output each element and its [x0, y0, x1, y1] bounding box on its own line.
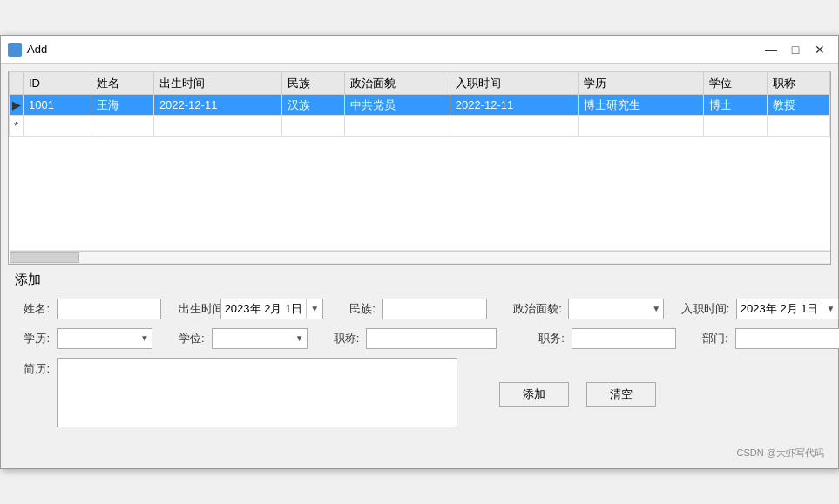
action-button-area: 添加 清空 — [499, 375, 656, 407]
new-cell — [767, 116, 829, 137]
data-table-container: ID 姓名 出生时间 民族 政治面貌 入职时间 学历 学位 职称 ▶ — [8, 71, 831, 265]
col-title: 职称 — [767, 72, 829, 95]
jobtitle-input[interactable] — [366, 328, 497, 349]
col-entry: 入职时间 — [450, 72, 578, 95]
ethnicity-label: 民族: — [341, 301, 376, 317]
watermark: CSDN @大虾写代码 — [8, 443, 831, 461]
education-select-wrapper: 博士研究生 硕士研究生 本科 专科 ▼ — [57, 328, 152, 349]
table-row[interactable]: ▶ 1001 王海 2022-12-11 汉族 中共党员 2022-12-11 … — [10, 95, 830, 116]
political-select[interactable]: 中共党员 共青团员 群众 — [568, 299, 664, 319]
new-cell — [450, 116, 578, 137]
action-buttons: 添加 清空 — [499, 382, 656, 407]
form-row-2: 学历: 博士研究生 硕士研究生 本科 专科 ▼ 学位: — [15, 328, 824, 349]
title-bar: Add — □ ✕ — [1, 36, 838, 64]
close-button[interactable]: ✕ — [809, 41, 831, 58]
cell-entry: 2022-12-11 — [450, 95, 578, 116]
degree-select-wrapper: 博士 硕士 学士 ▼ — [212, 328, 308, 349]
col-political: 政治面貌 — [345, 72, 450, 95]
dept-input[interactable] — [735, 328, 839, 349]
row-indicator: ▶ — [10, 95, 24, 116]
table-header-row: ID 姓名 出生时间 民族 政治面貌 入职时间 学历 学位 职称 — [10, 72, 830, 95]
cell-ethnicity: 汉族 — [282, 95, 345, 116]
data-table: ID 姓名 出生时间 民族 政治面貌 入职时间 学历 学位 职称 ▶ — [9, 71, 830, 264]
name-label: 姓名: — [15, 301, 50, 317]
clear-button[interactable]: 清空 — [586, 382, 656, 407]
degree-select[interactable]: 博士 硕士 学士 — [212, 328, 308, 349]
new-row-indicator: * — [10, 116, 24, 137]
form-row-3: 简历: 添加 清空 — [15, 358, 824, 427]
new-cell — [91, 116, 153, 137]
dept-label: 部门: — [694, 331, 728, 346]
new-cell — [153, 116, 281, 137]
cell-degree: 博士 — [704, 95, 767, 116]
political-label: 政治面貌: — [513, 301, 561, 317]
cell-political: 中共党员 — [345, 95, 450, 116]
form-row-1: 姓名: 出生时间: 2023年 2月 1日 ▼ 民族: 政治面貌: 中共党员 — [15, 299, 824, 319]
title-bar-left: Add — [8, 43, 47, 57]
new-cell — [704, 116, 767, 137]
title-bar-controls: — □ ✕ — [760, 41, 831, 58]
resume-textarea[interactable] — [57, 358, 457, 427]
birth-date-value: 2023年 2月 1日 — [221, 301, 307, 317]
col-indicator — [10, 72, 24, 95]
minimize-button[interactable]: — — [760, 41, 782, 58]
maximize-button[interactable]: □ — [784, 41, 807, 58]
col-id: ID — [24, 72, 91, 95]
cell-birth: 2022-12-11 — [153, 95, 281, 116]
birth-date-picker[interactable]: 2023年 2月 1日 ▼ — [220, 299, 324, 319]
entry-date-picker[interactable]: 2023年 2月 1日 ▼ — [736, 299, 839, 319]
new-cell — [345, 116, 450, 137]
col-degree: 学位 — [704, 72, 767, 95]
degree-label: 学位: — [170, 331, 205, 346]
duty-label: 职务: — [530, 331, 565, 346]
new-cell — [282, 116, 345, 137]
form-area: 姓名: 出生时间: 2023年 2月 1日 ▼ 民族: 政治面貌: 中共党员 — [8, 299, 831, 443]
resume-label: 简历: — [15, 361, 50, 377]
entry-date-value: 2023年 2月 1日 — [737, 301, 822, 317]
name-input[interactable] — [57, 299, 161, 319]
cell-job-title: 教授 — [767, 95, 829, 116]
cell-id: 1001 — [24, 95, 91, 116]
education-select[interactable]: 博士研究生 硕士研究生 本科 专科 — [57, 328, 152, 349]
section-title: 添加 — [15, 272, 831, 288]
entry-label: 入职时间: — [681, 301, 729, 317]
window-body: ID 姓名 出生时间 民族 政治面貌 入职时间 学历 学位 职称 ▶ — [1, 64, 838, 468]
scrollbar-row[interactable] — [10, 250, 830, 264]
app-window: Add — □ ✕ ID 姓名 出生时间 民族 政治面貌 入职时间 — [0, 35, 839, 469]
birth-label: 出生时间: — [179, 301, 213, 317]
col-birth: 出生时间 — [153, 72, 281, 95]
empty-space-row — [10, 137, 830, 250]
education-label: 学历: — [15, 331, 50, 346]
add-button[interactable]: 添加 — [499, 382, 569, 407]
col-name: 姓名 — [91, 72, 153, 95]
cell-education: 博士研究生 — [579, 95, 704, 116]
col-ethnicity: 民族 — [282, 72, 345, 95]
entry-date-arrow[interactable]: ▼ — [822, 299, 838, 319]
window-title: Add — [27, 43, 47, 56]
ethnicity-input[interactable] — [382, 299, 487, 319]
new-cell — [579, 116, 704, 137]
birth-date-arrow[interactable]: ▼ — [306, 299, 322, 319]
col-education: 学历 — [579, 72, 704, 95]
political-select-wrapper: 中共党员 共青团员 群众 ▼ — [568, 299, 664, 319]
duty-input[interactable] — [572, 328, 676, 349]
jobtitle-label: 职称: — [324, 331, 359, 346]
new-cell — [24, 116, 91, 137]
app-icon — [8, 43, 22, 57]
table-new-row[interactable]: * — [10, 116, 830, 137]
cell-name: 王海 — [91, 95, 153, 116]
resume-textarea-wrapper — [57, 358, 457, 427]
